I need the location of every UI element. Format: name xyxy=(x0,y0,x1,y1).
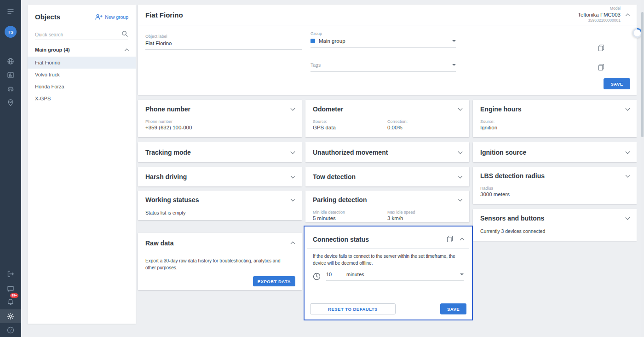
device-imei: 359632100000001 xyxy=(578,18,621,23)
group-color-chip xyxy=(310,39,315,43)
min-idle-detection: Min idle detection 5 minutes xyxy=(313,210,387,221)
card-title: Unauthorized movement xyxy=(313,149,388,156)
chevron-down-icon[interactable] xyxy=(291,149,295,154)
timeout-control: minutes xyxy=(313,272,464,281)
chevron-up-icon[interactable] xyxy=(125,48,129,53)
object-label-input[interactable] xyxy=(145,39,302,50)
sensors-status-text: Currently 3 devices connected xyxy=(480,228,629,234)
scrollbar-track xyxy=(641,0,644,337)
source-value: GPS data xyxy=(313,125,387,130)
card-title: Parking detection xyxy=(313,196,367,203)
timeout-value-input[interactable] xyxy=(326,272,340,277)
help-icon[interactable]: ? xyxy=(0,323,21,337)
copy-settings-button[interactable] xyxy=(447,235,453,244)
group-value: Main group xyxy=(319,38,345,44)
new-group-button[interactable]: New group xyxy=(95,14,128,20)
search-input[interactable] xyxy=(35,29,128,40)
clock-icon xyxy=(313,273,321,280)
chevron-down-icon[interactable] xyxy=(291,106,295,111)
copy-group-button[interactable] xyxy=(598,44,604,52)
map-globe-icon[interactable] xyxy=(0,54,21,68)
reset-to-defaults-button[interactable]: RESET TO DEFAULTS xyxy=(310,303,396,314)
chevron-down-icon[interactable] xyxy=(626,173,630,178)
card-title: Connection status xyxy=(313,236,447,243)
raw-data-description: Export a 30-day raw data history for tro… xyxy=(138,253,298,271)
chevron-up-icon[interactable] xyxy=(291,242,295,246)
card-body: Source: Ignition xyxy=(473,118,637,130)
card-header: Odometer xyxy=(305,100,469,118)
collapse-chevron-up-icon[interactable] xyxy=(626,13,630,18)
card-header: Ignition source xyxy=(473,142,637,162)
group-select[interactable]: Main group xyxy=(310,36,456,48)
list-item-fiat-fiorino[interactable]: Fiat Fiorino xyxy=(28,57,136,69)
save-button[interactable]: SAVE xyxy=(440,303,466,314)
copy-tags-button[interactable] xyxy=(598,64,604,72)
objects-title: Objects xyxy=(35,13,60,21)
model-info: Model Teltonika FMC003 359632100000001 xyxy=(578,6,629,23)
header-icons xyxy=(447,235,464,244)
chevron-down-icon[interactable] xyxy=(458,197,463,202)
notifications-bell-icon[interactable]: 99+ xyxy=(0,295,21,309)
max-idle-label: Max idle speed xyxy=(387,210,462,215)
lbs-detection-radius-card: LBS detection radius Radius 3000 meters xyxy=(473,167,637,204)
chevron-up-icon[interactable] xyxy=(460,238,465,243)
model-value: Teltonika FMC003 xyxy=(578,12,621,18)
svg-text:?: ? xyxy=(10,328,12,332)
source-value: Ignition xyxy=(480,125,629,130)
tags-select[interactable]: Tags xyxy=(310,60,456,72)
list-item-honda-forza[interactable]: Honda Forza xyxy=(28,81,136,93)
chevron-down-icon[interactable] xyxy=(626,149,630,154)
card-header: Sensors and buttons xyxy=(473,209,637,227)
tags-field: Tags xyxy=(310,60,456,72)
card-title: Harsh driving xyxy=(145,173,187,180)
card-header: Unauthorized movement xyxy=(305,142,469,162)
empty-status-text: Status list is empty xyxy=(145,210,294,215)
card-body: Radius 3000 meters xyxy=(473,185,637,197)
chevron-down-icon[interactable] xyxy=(458,106,463,111)
object-label-caption: Object label xyxy=(145,34,302,39)
card-header: Engine hours xyxy=(473,100,637,118)
search-icon xyxy=(121,30,128,39)
dropdown-caret-icon xyxy=(452,64,456,66)
source-label: Source: xyxy=(480,119,629,124)
list-item-x-gps[interactable]: X-GPS xyxy=(28,93,136,105)
reports-icon[interactable] xyxy=(0,68,21,82)
export-data-button[interactable]: EXPORT DATA xyxy=(253,276,295,286)
settings-gear-icon[interactable] xyxy=(0,309,21,323)
new-group-label: New group xyxy=(105,14,128,20)
parking-detection-card: Parking detection Min idle detection 5 m… xyxy=(305,191,469,222)
card-title: Phone number xyxy=(145,105,190,113)
person-add-icon xyxy=(95,14,103,20)
fleet-car-icon[interactable] xyxy=(0,82,21,96)
menu-icon[interactable] xyxy=(0,5,21,18)
sensors-and-buttons-card: Sensors and buttons Currently 3 devices … xyxy=(473,209,637,241)
card-body: Currently 3 devices connected xyxy=(473,227,637,234)
chevron-down-icon[interactable] xyxy=(291,197,295,202)
phone-value: +359 (632) 100-000 xyxy=(145,125,294,130)
chevron-down-icon[interactable] xyxy=(291,174,295,178)
list-item-volvo-truck[interactable]: Volvo truck xyxy=(28,69,136,81)
group-caption: Group xyxy=(310,31,456,36)
tracking-mode-card: Tracking mode xyxy=(138,142,302,162)
object-details-card: Fiat Fiorino Model Teltonika FMC003 3596… xyxy=(138,5,637,95)
scrollbar-thumb[interactable] xyxy=(641,12,644,137)
model-stack: Model Teltonika FMC003 359632100000001 xyxy=(578,6,621,23)
save-button[interactable]: SAVE xyxy=(604,78,630,89)
chevron-down-icon[interactable] xyxy=(626,215,630,220)
card-header: Tracking mode xyxy=(138,142,302,162)
card-header: Phone number xyxy=(138,100,302,118)
tow-detection-card: Tow detection xyxy=(305,167,469,186)
tracking-pin-icon[interactable] xyxy=(0,96,21,110)
card-body: Source: GPS data Correction: 0.00% xyxy=(305,118,469,130)
avatar[interactable]: TS xyxy=(5,26,17,38)
group-header-row[interactable]: Main group (4) xyxy=(28,40,136,57)
logout-icon[interactable] xyxy=(0,267,21,281)
phone-label: Phone number xyxy=(145,119,294,124)
timeout-select[interactable]: minutes xyxy=(326,272,464,281)
object-label-field: Object label xyxy=(145,34,302,50)
connection-description: If the device fails to connect to the se… xyxy=(307,249,469,267)
chevron-down-icon[interactable] xyxy=(458,174,463,178)
chevron-down-icon[interactable] xyxy=(458,149,463,154)
chevron-down-icon[interactable] xyxy=(626,106,630,111)
phone-number-card: Phone number Phone number +359 (632) 100… xyxy=(138,100,302,137)
